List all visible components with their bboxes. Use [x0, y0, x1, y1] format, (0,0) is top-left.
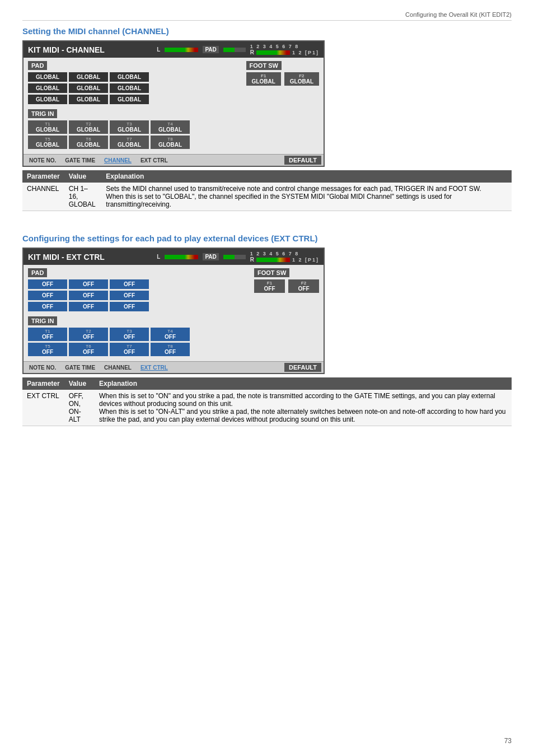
kit-panel-channel: KIT MIDI - CHANNEL L PAD 1 2 3 4 5 6 7 8… — [22, 40, 325, 167]
param-explanation-extctrl: When this is set to "ON" and you strike … — [95, 390, 512, 426]
led-bar-r-2 — [256, 258, 290, 262]
pad-cell-2-2-3[interactable]: OFF — [110, 291, 149, 300]
pad-cell-2-2[interactable]: GLOBAL — [69, 83, 108, 93]
param-table-1-header-explanation: Explanation — [101, 170, 512, 183]
param-table-1-header-value: Value — [64, 170, 102, 183]
foot-sw-row-2: F1 OFF F2 OFF — [254, 279, 319, 293]
trig-row-2: T5GLOBAL T6GLOBAL T7GLOBAL T8GLOBAL — [28, 136, 319, 149]
trig2-t5[interactable]: T5OFF — [28, 343, 67, 356]
pad-cell-2-3[interactable]: GLOBAL — [110, 83, 149, 93]
led-bar-r — [256, 50, 290, 55]
pad-cell-2-1-3[interactable]: OFF — [110, 279, 149, 289]
f1-value-2: OFF — [264, 286, 275, 292]
foot-section1: FOOT SW F1 GLOBAL F2 GLOBAL — [246, 61, 319, 106]
pad-cell-3-2[interactable]: GLOBAL — [69, 95, 108, 104]
tab-gate-time-1[interactable]: GATE TIME — [62, 156, 99, 165]
trig2-t1[interactable]: T1OFF — [28, 328, 67, 341]
foot-sw-cell-f2[interactable]: F2 GLOBAL — [284, 72, 319, 86]
tab-row-1: NOTE NO. GATE TIME CHANNEL EXT CTRL DEFA… — [24, 154, 324, 166]
pad-cell-2-3-2[interactable]: OFF — [69, 302, 108, 311]
tab-note-no-1[interactable]: NOTE NO. — [26, 156, 59, 165]
kit-panel-channel-body: PAD GLOBAL GLOBAL GLOBAL GLOBAL GLOBAL G… — [24, 58, 324, 154]
kit-panel-extctrl-title: KIT MIDI - EXT CTRL — [28, 253, 105, 262]
trig-t8[interactable]: T8GLOBAL — [151, 136, 190, 149]
kit-panel-extctrl-header-right: L PAD 1 2 3 4 5 6 7 8 R 1 2 [P1] — [157, 251, 319, 263]
param-table-2-header-param: Parameter — [22, 377, 64, 390]
pad-grid-section2: OFF OFF OFF OFF OFF OFF OFF OFF OFF — [28, 279, 249, 311]
tab-channel-2[interactable]: CHANNEL — [101, 363, 135, 372]
trig2-t6[interactable]: T6OFF — [69, 343, 108, 356]
pad-cell-2-2-2[interactable]: OFF — [69, 291, 108, 300]
pad-cell-1-1[interactable]: GLOBAL — [28, 72, 67, 82]
f2-value-2: OFF — [298, 286, 310, 292]
kit-panel-extctrl-header: KIT MIDI - EXT CTRL L PAD 1 2 3 4 5 6 7 … — [24, 249, 324, 265]
led-bar-pad-2 — [223, 255, 246, 259]
pad-cell-2-2-1[interactable]: OFF — [28, 291, 67, 300]
trig2-t2[interactable]: T2OFF — [69, 328, 108, 341]
pad-cell-1-3[interactable]: GLOBAL — [110, 72, 149, 82]
f2-value: GLOBAL — [290, 78, 313, 85]
tab-default-2[interactable]: DEFAULT — [284, 363, 321, 372]
f2-sublabel-2: F2 — [301, 281, 306, 286]
trig2-t3[interactable]: T3OFF — [110, 328, 149, 341]
pad-cell-3-1[interactable]: GLOBAL — [28, 95, 67, 104]
kit-panel-channel-title: KIT MIDI - CHANNEL — [28, 45, 105, 54]
trig2-t7[interactable]: T7OFF — [110, 343, 149, 356]
param-value-channel: CH 1–16, GLOBAL — [64, 183, 102, 211]
led-bar-pad — [223, 48, 246, 52]
foot-sw-cell-f1[interactable]: F1 GLOBAL — [246, 72, 281, 86]
trig-t6[interactable]: T6GLOBAL — [69, 136, 108, 149]
pad-cell-2-3-3[interactable]: OFF — [110, 302, 149, 311]
param-table-2-header-value: Value — [64, 377, 95, 390]
trig-t2[interactable]: T2GLOBAL — [69, 120, 108, 134]
f2-sublabel: F2 — [299, 73, 304, 78]
pad-cell-2-1[interactable]: GLOBAL — [28, 83, 67, 93]
table-row: CHANNEL CH 1–16, GLOBAL Sets the MIDI ch… — [22, 183, 512, 211]
tab-default-1[interactable]: DEFAULT — [284, 156, 321, 165]
f1-sublabel: F1 — [261, 73, 266, 78]
pad-cell-2-1-1[interactable]: OFF — [28, 279, 67, 289]
l-label-2: L — [157, 254, 160, 260]
r-label: R — [250, 49, 254, 55]
trig-t3[interactable]: T3GLOBAL — [110, 120, 149, 134]
pad-row-2: GLOBAL GLOBAL GLOBAL — [28, 83, 241, 93]
tab-ext-ctrl-1[interactable]: EXT CTRL — [137, 156, 171, 165]
pad-cell-2-1-2[interactable]: OFF — [69, 279, 108, 289]
tab-channel-1[interactable]: CHANNEL — [101, 156, 135, 165]
kit-panel-channel-header: KIT MIDI - CHANNEL L PAD 1 2 3 4 5 6 7 8… — [24, 41, 324, 58]
tab-gate-time-2[interactable]: GATE TIME — [62, 363, 99, 372]
num-row1-2: 1 2 3 4 5 6 7 8 — [250, 251, 299, 256]
param-table-1: Parameter Value Explanation CHANNEL CH 1… — [22, 170, 512, 211]
trig-t5[interactable]: T5GLOBAL — [28, 136, 67, 149]
foot-sw-row-1: F1 GLOBAL F2 GLOBAL — [246, 72, 319, 86]
pad-section1: PAD GLOBAL GLOBAL GLOBAL GLOBAL GLOBAL G… — [28, 61, 241, 106]
trig2-t8[interactable]: T8OFF — [151, 343, 190, 356]
pad-label-section2: PAD — [28, 268, 47, 277]
pad-row-2-3: OFF OFF OFF — [28, 302, 249, 311]
f1-sublabel-2: F1 — [267, 281, 272, 286]
trig-t1[interactable]: T1GLOBAL — [28, 120, 67, 134]
foot-sw-cell-f2-2[interactable]: F2 OFF — [288, 279, 319, 293]
tab-row-2: NOTE NO. GATE TIME CHANNEL EXT CTRL DEFA… — [24, 361, 324, 373]
r-label-2: R — [250, 256, 254, 263]
trig-t4[interactable]: T4GLOBAL — [151, 120, 190, 134]
num-row1: 1 2 3 4 5 6 7 8 — [250, 44, 299, 49]
pad-and-foot-section2: PAD OFF OFF OFF OFF OFF OFF OFF OFF — [28, 268, 319, 313]
pad-cell-3-3[interactable]: GLOBAL — [110, 95, 149, 104]
tab-note-no-2[interactable]: NOTE NO. — [26, 363, 59, 372]
kit-panel-extctrl-body: PAD OFF OFF OFF OFF OFF OFF OFF OFF — [24, 265, 324, 361]
kit-panel-channel-header-right: L PAD 1 2 3 4 5 6 7 8 R 1 2 [P1] — [157, 44, 319, 55]
param-table-2-header-explanation: Explanation — [95, 377, 512, 390]
pad-section2: PAD OFF OFF OFF OFF OFF OFF OFF OFF — [28, 268, 249, 313]
pad-cell-1-2[interactable]: GLOBAL — [69, 72, 108, 82]
pad-row-1: GLOBAL GLOBAL GLOBAL — [28, 72, 241, 82]
trig2-t4[interactable]: T4OFF — [151, 328, 190, 341]
pad-row-2-1: OFF OFF OFF — [28, 279, 249, 289]
param-value-extctrl: OFF, ON, ON-ALT — [64, 390, 95, 426]
pad-cell-2-3-1[interactable]: OFF — [28, 302, 67, 311]
param-table-2: Parameter Value Explanation EXT CTRL OFF… — [22, 377, 512, 426]
trig-in-section1: TRIG IN T1GLOBAL T2GLOBAL T3GLOBAL T4GLO… — [28, 109, 319, 149]
foot-sw-cell-f1-2[interactable]: F1 OFF — [254, 279, 285, 293]
tab-ext-ctrl-2[interactable]: EXT CTRL — [137, 363, 171, 372]
trig-t7[interactable]: T7GLOBAL — [110, 136, 149, 149]
